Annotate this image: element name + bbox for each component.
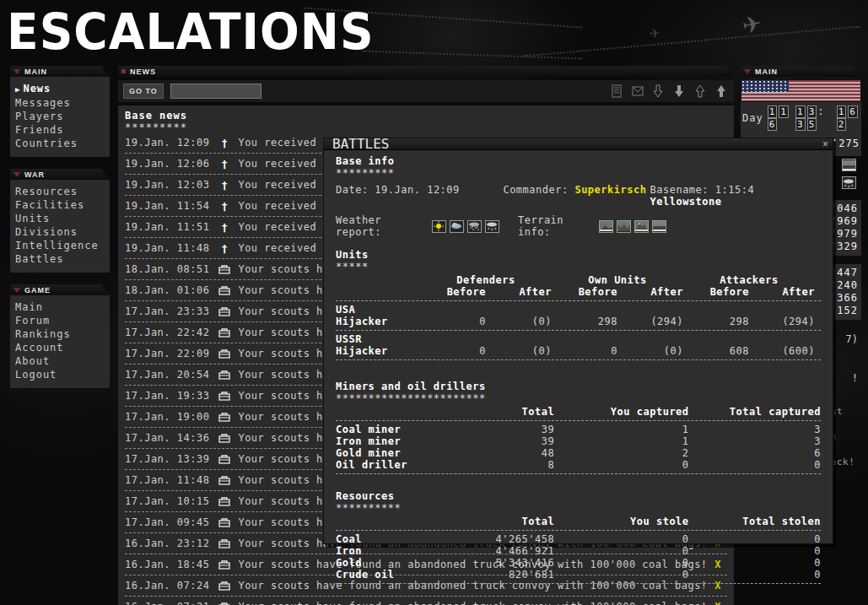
row-value: 48 [461,447,554,459]
sidebar-item-countries[interactable]: Countries [15,137,106,150]
arrow-up-filled-icon[interactable] [715,84,729,98]
sidebar-item-battles[interactable]: Battles [15,252,106,266]
terrain-plain-icon [652,220,666,233]
news-timestamp: 17.Jan. 23:33 [125,305,209,317]
sidebar-item-divisions[interactable]: Divisions [15,225,106,239]
row-value: 0 [554,545,688,557]
day-row: Day 116 13:35 162 [741,102,861,134]
goto-button[interactable]: GO TO [123,84,164,99]
sidebar-item-news[interactable]: ▶News [15,82,106,96]
sidebar-item-intelligence[interactable]: Intelligence [15,239,106,252]
sidebar-item-players[interactable]: Players [15,110,106,123]
news-timestamp: 18.Jan. 01:06 [125,284,209,296]
news-text: You received a [238,179,329,191]
row-value: 4'265'458 [461,533,554,545]
table-separator [336,583,821,584]
unit-value: (0) [486,316,552,327]
sidebar-section-items: ResourcesFacilitiesUnitsDivisionsIntelli… [10,180,110,273]
sidebar-section-header: WAR [10,169,110,180]
scout-chest-icon [218,602,231,605]
column-header: Total stolen [689,516,821,527]
panel-collapse-icon[interactable] [744,69,751,74]
news-timestamp: 17.Jan. 22:09 [125,348,209,359]
table-separator [336,330,821,331]
news-text: You received a [238,221,329,233]
resources-row: Iron4'466'92100 [336,545,821,557]
weather-report-label: Weather report: [336,214,432,238]
spacer [336,274,420,286]
news-timestamp: 16.Jan. 07:24 [125,580,209,591]
row-value: 820'681 [461,569,554,581]
news-timestamp: 17.Jan. 14:36 [125,432,209,444]
sidebar-item-facilities[interactable]: Facilities [15,198,106,212]
clock-digit: 1 [795,105,806,118]
arrow-up-outline-icon[interactable] [694,84,708,98]
news-panel-header: NEWS [118,66,734,77]
news-timestamp: 16.Jan. 18:45 [125,559,209,570]
sidebar-item-messages[interactable]: Messages [15,96,106,110]
row-value: 0 [554,459,688,471]
unit-value: 298 [683,316,749,327]
row-value: 6 [689,447,821,459]
sidebar-item-units[interactable]: Units [15,212,106,225]
sidebar-item-rankings[interactable]: Rankings [15,327,106,341]
units-subheader: Before [420,286,486,298]
sidebar-item-friends[interactable]: Friends [15,123,106,137]
close-icon[interactable]: × [822,139,828,149]
basename[interactable]: Yellowstone [650,196,722,208]
battle-dagger-icon: † [218,137,231,149]
svg-text:x: x [844,183,847,187]
units-subheader: After [486,286,552,298]
row-label: Iron miner [336,435,461,447]
units-subheader: Before [683,286,749,298]
news-timestamp: 16.Jan. 23:12 [125,537,209,549]
battles-window: BATTLES × Base info ********* Date: 19.J… [323,138,833,544]
sidebar-item-account[interactable]: Account [15,341,106,354]
miners-heading: Miners and oil drillers [336,381,821,393]
battle-dagger-icon: † [218,179,231,192]
miners-row: Oil driller800 [336,459,821,471]
commander-name[interactable]: Superkirsch [574,184,646,196]
scout-chest-icon [218,370,231,380]
envelope-icon[interactable] [631,84,644,98]
scout-chest-icon [218,327,231,338]
goto-input[interactable] [170,84,261,99]
units-values-row: Hijacker0(0)298(294)298(294) [336,316,821,327]
dismiss-news-button[interactable]: X [714,601,721,605]
tick-counter: 162 [836,105,860,131]
unit-value: (0) [486,345,552,357]
news-timestamp: 17.Jan. 22:42 [125,327,209,338]
base-info-underline: ********* [336,168,821,178]
battle-date: Date: 19.Jan. 12:09 [336,184,503,208]
units-group-header: Defenders [420,274,552,286]
weather-icons: xxx [432,220,503,233]
sidebar-item-about[interactable]: About [15,354,106,368]
counter-digit: 6 [848,105,858,118]
sidebar-item-main[interactable]: Main [15,300,106,314]
sidebar-item-forum[interactable]: Forum [15,314,106,327]
units-subheader: Before [552,286,617,298]
sidebar-item-resources[interactable]: Resources [15,185,106,198]
column-header: Total [461,516,554,527]
column-header: Total [461,406,554,418]
battle-dagger-icon: † [218,158,231,170]
sidebar-item-logout[interactable]: Logout [15,368,106,381]
panel-collapse-icon[interactable] [13,172,20,177]
news-timestamp: 17.Jan. 11:48 [125,474,209,486]
panel-collapse-icon[interactable] [13,288,20,293]
sidebar-section-game: GAMEMainForumRankingsAccountAboutLogout [10,284,110,388]
units-heading: Units [336,249,821,262]
row-value: 1 [554,424,688,435]
news-timestamp: 19.Jan. 12:03 [125,179,209,191]
scout-chest-icon [218,348,231,359]
report-icon[interactable] [610,84,623,98]
sun-icon [432,220,446,233]
clock: 13:35 [795,105,832,131]
battles-window-titlebar[interactable]: BATTLES × [324,138,833,150]
miners-row: Gold miner4826 [336,447,821,459]
arrow-down-outline-icon[interactable] [652,84,666,98]
arrow-down-filled-icon[interactable] [673,84,687,98]
panel-collapse-icon[interactable] [13,69,20,74]
base-info-heading: Base info [336,155,821,168]
row-label: Iron [336,545,461,557]
